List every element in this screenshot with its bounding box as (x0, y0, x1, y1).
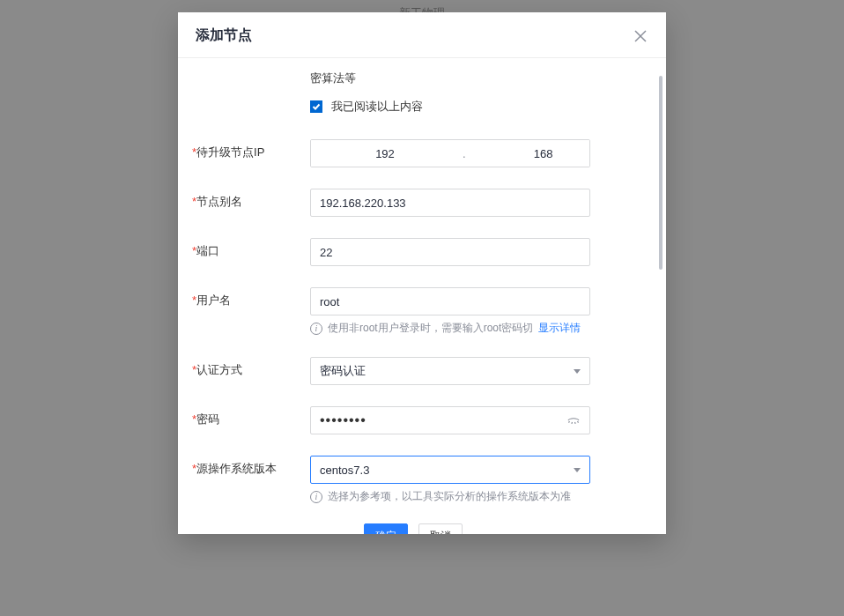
label-password: *密码 (187, 406, 310, 427)
ok-button[interactable]: 确定 (364, 523, 408, 534)
chevron-down-icon (574, 468, 581, 472)
label-username: *用户名 (187, 287, 310, 308)
scrollbar-thumb[interactable] (659, 76, 663, 270)
source-os-hint-text: 选择为参考项，以工具实际分析的操作系统版本为准 (328, 489, 571, 504)
username-input[interactable] (310, 287, 590, 315)
source-os-value: centos7.3 (320, 464, 369, 477)
scrollbar-track[interactable] (659, 76, 663, 516)
password-mask: •••••••• (320, 412, 566, 428)
node-ip-input-group: . . . (310, 139, 590, 167)
i-have-read-checkbox[interactable] (310, 100, 322, 113)
eye-hidden-icon[interactable] (566, 413, 581, 427)
modal-body: 密算法等 我已阅读以上内容 *待升级节点IP . . . (178, 58, 666, 534)
label-alias: *节点别名 (187, 189, 310, 210)
source-os-hint: i 选择为参考项，以工具实际分析的操作系统版本为准 (310, 489, 640, 504)
algorithm-tail-text: 密算法等 (310, 71, 640, 86)
i-have-read-row: 我已阅读以上内容 (310, 99, 640, 115)
info-icon: i (310, 323, 322, 335)
password-input-wrap[interactable]: •••••••• (310, 406, 590, 434)
username-hint-text: 使用非root用户登录时，需要输入root密码切 (328, 321, 533, 336)
source-os-select[interactable]: centos7.3 (310, 456, 590, 484)
modal-header: 添加节点 (178, 12, 666, 58)
chevron-down-icon (574, 369, 581, 374)
info-icon: i (310, 491, 322, 503)
alias-input[interactable] (310, 189, 590, 217)
i-have-read-label: 我已阅读以上内容 (331, 99, 423, 115)
ip-seg-2[interactable] (470, 140, 590, 167)
label-source-os: *源操作系统版本 (187, 456, 310, 477)
ip-dot: . (459, 148, 470, 160)
close-icon[interactable] (633, 28, 648, 44)
show-details-link[interactable]: 显示详情 (538, 321, 581, 336)
port-input[interactable] (310, 238, 590, 266)
username-hint: i 使用非root用户登录时，需要输入root密码切 显示详情 (310, 321, 640, 336)
ip-seg-1[interactable] (311, 140, 459, 167)
label-auth-method: *认证方式 (187, 357, 310, 378)
auth-method-select[interactable]: 密码认证 (310, 357, 590, 385)
label-node-ip: *待升级节点IP (187, 139, 310, 160)
add-node-modal: 添加节点 密算法等 我已阅读以上内容 *待升级节点IP (178, 12, 666, 534)
action-bar: 确定 取消 (187, 523, 640, 534)
auth-method-value: 密码认证 (320, 363, 366, 379)
modal-title: 添加节点 (196, 26, 252, 45)
cancel-button[interactable]: 取消 (418, 523, 463, 534)
label-port: *端口 (187, 238, 310, 259)
